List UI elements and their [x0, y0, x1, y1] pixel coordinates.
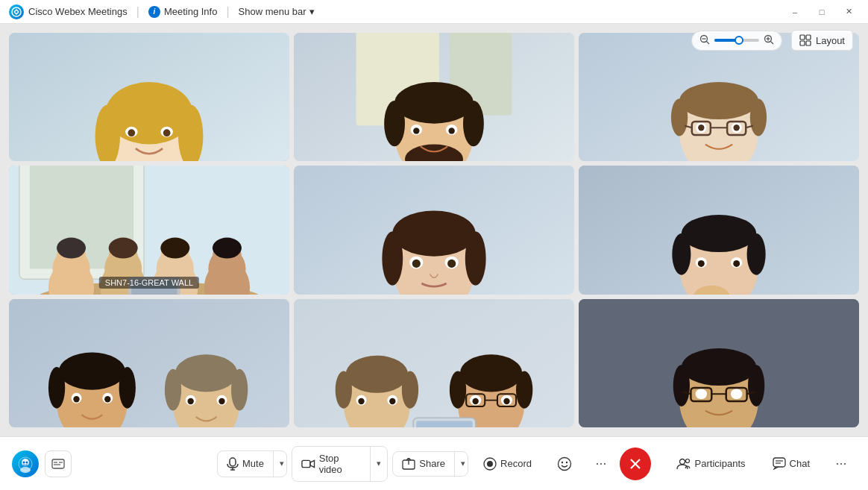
svg-rect-178 — [52, 459, 64, 468]
svg-point-85 — [392, 211, 475, 257]
svg-point-177 — [26, 461, 28, 463]
svg-point-56 — [733, 125, 739, 131]
svg-point-154 — [503, 398, 509, 403]
svg-point-196 — [685, 459, 689, 462]
svg-point-191 — [562, 461, 563, 462]
cell-4-label: SHN7-16-GREAT WALL — [99, 277, 199, 289]
zoom-layout-bar: Layout — [691, 30, 853, 51]
svg-rect-107 — [9, 299, 289, 427]
svg-point-121 — [175, 354, 238, 392]
video-cell-8[interactable] — [294, 299, 574, 427]
info-icon: i — [148, 6, 160, 18]
svg-line-5 — [770, 41, 773, 44]
svg-point-97 — [682, 215, 756, 252]
maximize-btn[interactable]: □ — [811, 1, 832, 22]
meeting-info-link[interactable]: i Meeting Info — [148, 6, 218, 18]
svg-point-87 — [465, 232, 486, 286]
reactions-btn[interactable] — [547, 450, 582, 477]
titlebar-left: Cisco Webex Meetings | i Meeting Info | … — [9, 4, 784, 19]
svg-point-126 — [188, 398, 194, 403]
svg-point-122 — [165, 368, 181, 410]
svg-point-113 — [119, 367, 136, 409]
svg-point-33 — [463, 101, 484, 146]
video-cell-7[interactable] — [9, 299, 289, 427]
video-cell-9[interactable] — [579, 299, 859, 427]
zoom-control[interactable] — [691, 31, 782, 51]
svg-point-135 — [346, 355, 409, 392]
video-cell-1[interactable] — [9, 33, 289, 161]
app-brand: Cisco Webex Meetings — [9, 4, 128, 19]
caption-btn[interactable] — [45, 450, 72, 477]
svg-point-195 — [679, 459, 685, 464]
svg-point-189 — [487, 461, 493, 467]
mute-btn-group: Mute ▾ — [217, 450, 287, 477]
end-call-btn[interactable] — [620, 447, 651, 480]
video-cell-6[interactable] — [579, 166, 859, 294]
svg-point-153 — [473, 398, 479, 403]
webex-logo — [9, 4, 24, 19]
more-right-btn[interactable]: ··· — [826, 449, 856, 479]
stop-video-btn[interactable]: Stop video — [292, 447, 371, 481]
svg-point-36 — [413, 128, 419, 134]
video-grid: SHN7-16-GREAT WALL — [0, 24, 868, 436]
video-cell-4[interactable]: SHN7-16-GREAT WALL — [9, 166, 289, 294]
show-menu-bar-btn[interactable]: Show menu bar ▾ — [239, 6, 315, 17]
record-btn[interactable]: Record — [473, 451, 542, 477]
mute-btn[interactable]: Mute — [218, 451, 274, 477]
svg-point-0 — [12, 7, 21, 16]
video-cell-2[interactable] — [294, 33, 574, 161]
zoom-slider[interactable] — [714, 39, 759, 42]
svg-rect-185 — [302, 460, 310, 467]
layout-btn[interactable]: Layout — [791, 30, 853, 51]
svg-point-86 — [382, 232, 403, 286]
video-arrow-btn[interactable]: ▾ — [371, 453, 387, 474]
svg-point-47 — [750, 98, 767, 136]
toolbar-right-section: Participants Chat ··· — [666, 449, 856, 479]
svg-point-162 — [673, 365, 690, 406]
svg-point-78 — [213, 238, 242, 259]
svg-point-37 — [448, 128, 454, 134]
sep-1: | — [136, 5, 139, 19]
svg-point-192 — [566, 461, 567, 462]
bottom-toolbar: Mute ▾ Stop video ▾ S — [0, 436, 868, 490]
share-btn[interactable]: Share — [393, 452, 455, 476]
svg-point-117 — [104, 396, 110, 402]
user-avatar-btn[interactable] — [12, 450, 39, 477]
svg-point-112 — [48, 367, 65, 409]
video-cell-5[interactable] — [294, 166, 574, 294]
zoom-in-icon[interactable] — [764, 34, 774, 47]
svg-point-127 — [218, 398, 224, 403]
participants-btn[interactable]: Participants — [666, 452, 756, 476]
svg-point-103 — [733, 260, 740, 267]
svg-rect-156 — [416, 421, 472, 427]
svg-point-146 — [450, 371, 466, 408]
svg-point-22 — [128, 129, 135, 136]
svg-point-111 — [59, 352, 125, 389]
svg-rect-19 — [106, 113, 193, 134]
sep-2: | — [226, 5, 229, 19]
svg-point-176 — [23, 461, 25, 463]
svg-rect-182 — [230, 458, 236, 466]
svg-point-164 — [696, 389, 707, 399]
svg-point-45 — [679, 82, 758, 119]
close-btn[interactable]: ✕ — [838, 1, 859, 22]
minimize-btn[interactable]: – — [784, 1, 805, 22]
svg-point-137 — [402, 371, 418, 408]
svg-point-141 — [389, 398, 395, 403]
mute-arrow-btn[interactable]: ▾ — [274, 453, 287, 474]
share-arrow-btn[interactable]: ▾ — [455, 453, 468, 474]
toolbar-center-section: Mute ▾ Stop video ▾ S — [217, 446, 651, 482]
svg-rect-8 — [800, 35, 805, 40]
svg-point-46 — [671, 98, 688, 136]
video-cell-3[interactable] — [579, 33, 859, 161]
zoom-out-icon[interactable] — [699, 34, 710, 47]
svg-point-147 — [516, 371, 532, 408]
title-bar: Cisco Webex Meetings | i Meeting Info | … — [0, 0, 868, 24]
svg-point-32 — [384, 101, 405, 146]
svg-point-91 — [447, 260, 456, 268]
more-options-btn[interactable]: ··· — [587, 449, 615, 479]
chat-btn[interactable]: Chat — [762, 451, 820, 476]
stop-video-btn-group: Stop video ▾ — [292, 446, 388, 482]
svg-line-2 — [706, 41, 709, 44]
svg-rect-11 — [806, 41, 811, 45]
